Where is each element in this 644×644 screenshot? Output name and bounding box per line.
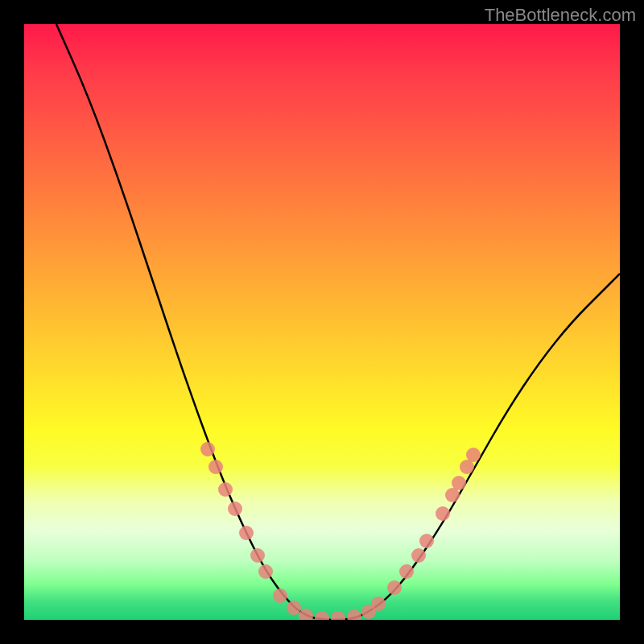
curve-line (56, 24, 620, 620)
svg-point-7 (273, 588, 287, 603)
svg-point-0 (200, 442, 215, 456)
svg-point-1 (208, 460, 223, 474)
chart-container: TheBottleneck.com (0, 0, 644, 644)
svg-point-6 (258, 564, 273, 579)
svg-point-18 (419, 534, 434, 548)
svg-point-10 (315, 611, 329, 620)
svg-point-9 (299, 609, 313, 620)
svg-point-14 (371, 597, 386, 611)
svg-point-5 (250, 548, 265, 563)
watermark-text: TheBottleneck.com (485, 5, 636, 26)
svg-point-16 (399, 564, 414, 579)
svg-point-12 (347, 609, 361, 620)
plot-area (24, 24, 620, 620)
bottleneck-curve-svg (24, 24, 620, 620)
svg-point-3 (228, 502, 242, 516)
svg-point-8 (287, 601, 301, 615)
svg-point-2 (218, 482, 233, 497)
svg-point-4 (239, 526, 254, 540)
svg-point-15 (387, 580, 402, 595)
svg-point-21 (452, 476, 466, 490)
svg-point-17 (411, 548, 426, 563)
svg-point-19 (436, 506, 450, 521)
curve-markers (200, 442, 481, 620)
svg-point-23 (466, 448, 481, 462)
svg-point-11 (331, 611, 345, 620)
